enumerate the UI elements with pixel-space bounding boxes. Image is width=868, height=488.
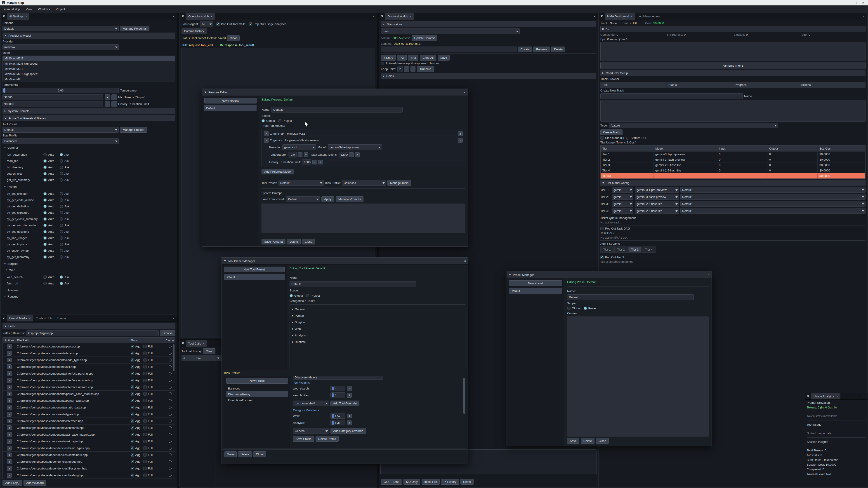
auto-add-checkbox[interactable] [381,62,384,65]
weight-slider[interactable]: 4 [331,386,345,391]
discussions-section-header[interactable]: Discussions [381,21,596,27]
full-checkbox[interactable] [143,352,147,355]
tier-model-select[interactable]: gemini-3-flash-preview [635,194,679,200]
truncate-button[interactable]: Truncate [417,66,434,72]
remove-file-button[interactable]: x [7,385,12,390]
remove-weight-button[interactable]: x [347,386,352,391]
auto-radio[interactable]: Auto [43,282,60,285]
close-dialog-button[interactable]: Close [302,239,315,245]
tab-usage-analytics[interactable]: Usage Analytics × [811,393,840,399]
bias-profile-select[interactable]: Balanced [2,138,119,144]
auto-radio[interactable]: Auto [43,236,60,240]
remove-weight-button[interactable]: x [347,393,352,398]
collapse-icon[interactable] [807,395,809,397]
new-tool-preset-button[interactable]: New Tool Preset [224,267,285,272]
provider-select[interactable]: minimax [2,44,119,50]
tab-discussion-hub[interactable]: Discussion Hub × [385,13,414,20]
ask-radio[interactable]: Ask [60,178,76,182]
agg-checkbox[interactable] [131,392,134,396]
ask-radio[interactable]: Ask [60,275,76,279]
remove-file-button[interactable]: x [7,351,12,356]
agg-checkbox[interactable] [131,453,134,457]
tier-provider-select[interactable]: gemini [612,208,633,214]
category-row[interactable]: Runtime [292,339,463,345]
max-tokens-decrement-button[interactable]: - [105,94,110,100]
scope-global-radio[interactable] [289,294,293,297]
save-preset-button[interactable]: Save [567,438,579,444]
history-truncation-input[interactable]: 900000 [302,159,311,165]
discussion-name-input[interactable] [381,46,517,52]
ask-radio[interactable]: Ask [60,211,76,215]
auto-radio[interactable]: Auto [43,242,60,246]
collapse-icon[interactable] [182,15,184,18]
full-checkbox[interactable] [143,345,147,348]
collapse-icon[interactable] [600,15,602,18]
tab-context-hub[interactable]: Context Hub [33,315,54,322]
bias-profile-item[interactable]: Balanced [226,385,288,391]
apply-button[interactable]: Apply [321,196,334,202]
ask-radio[interactable]: Ask [60,282,76,285]
remove-file-button[interactable]: x [7,466,12,471]
menu-item[interactable]: Project [53,6,68,12]
profile-name-input[interactable]: Discovery-Heavy [293,376,383,380]
temp-increment-button[interactable]: + [304,152,308,157]
full-checkbox[interactable] [143,474,147,477]
agg-checkbox[interactable] [131,385,134,389]
remove-file-button[interactable]: x [7,371,12,376]
collapse-icon[interactable] [182,342,184,345]
agg-checkbox[interactable] [131,440,134,443]
remove-file-button[interactable]: x [7,446,12,451]
close-icon[interactable]: × [464,91,465,94]
full-checkbox[interactable] [143,426,147,429]
composer-action-button[interactable]: Gen + Send [381,479,402,485]
tier-stream-tab[interactable]: Tier 4 [642,247,655,253]
tier-prompt-select[interactable]: Default [680,201,866,207]
scope-global-radio[interactable] [567,306,570,310]
agg-checkbox[interactable] [131,406,134,409]
tab-ai-settings[interactable]: AI Settings × [7,13,29,20]
browse-button[interactable]: Browse [160,330,175,336]
close-dialog-button[interactable]: Close [596,438,609,444]
entry-action-button[interactable]: -All [397,55,407,61]
entry-action-button[interactable]: +All [408,55,418,61]
auto-radio[interactable]: Auto [43,230,60,233]
bias-profile-item[interactable]: Discovery-Heavy [226,391,288,397]
screenshots-section-header[interactable]: Screenshots [2,487,175,488]
scope-project-radio[interactable] [278,119,281,123]
menu-item[interactable]: Windows [35,6,53,12]
model-option[interactable]: MiniMax-M2.5-highspeed [3,61,175,66]
category-runtime-header[interactable]: Runtime [2,294,175,299]
composer-action-button[interactable]: -> History [441,479,459,485]
new-preset-button[interactable]: New Preset [509,281,562,286]
ask-radio[interactable]: Ask [60,217,76,221]
collapse-icon[interactable] [509,274,511,275]
keep-pairs-increment-button[interactable]: + [410,66,415,72]
auto-radio[interactable]: Auto [43,211,60,215]
tier-stream-tab[interactable]: Tier 3 [628,247,642,253]
tab-theme[interactable]: Theme [55,315,68,322]
close-dialog-button[interactable]: Close [253,451,266,457]
remove-file-button[interactable]: x [7,398,12,403]
category-override-select[interactable]: General [293,428,329,434]
panel-close-icon[interactable]: × [172,317,175,320]
tab-close-icon[interactable]: × [203,342,205,345]
dialog-tool-preset-select[interactable]: Default [278,180,324,186]
full-checkbox[interactable] [143,399,147,402]
delete-profile-button[interactable]: Delete Profile [315,436,339,442]
add-files-button[interactable]: Add File(s) [2,480,22,486]
remove-file-button[interactable]: x [7,364,12,369]
max-output-tokens-input[interactable]: 32000 [339,152,348,158]
panel-close-icon[interactable]: × [371,15,375,18]
remove-multiplier-button[interactable]: x [347,414,352,418]
auto-radio[interactable]: Auto [43,205,60,208]
slider-handle[interactable] [332,393,334,397]
category-python-header[interactable]: Python [2,184,175,189]
ask-radio[interactable]: Ask [60,249,76,252]
auto-radio[interactable]: Auto [43,255,60,259]
remove-file-button[interactable]: x [7,432,12,437]
full-checkbox[interactable] [143,467,147,470]
tier-model-config-section-header[interactable]: Tier Model Config [600,180,866,186]
full-checkbox[interactable] [143,413,147,416]
pop-out-task-dag-checkbox[interactable] [600,227,604,230]
preferred-temperature-input[interactable]: -0.0 [288,152,297,158]
